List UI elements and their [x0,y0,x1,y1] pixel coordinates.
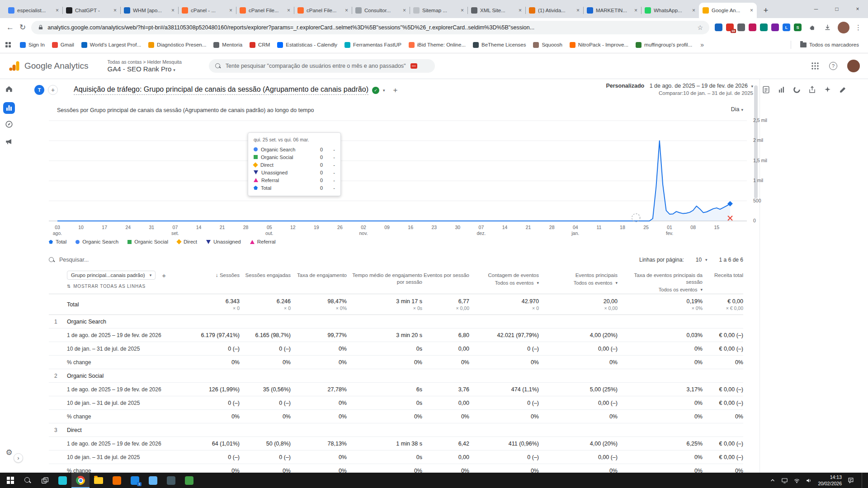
display-icon[interactable] [781,477,788,484]
date-range-picker[interactable]: Personalizado 1 de ago. de 2025 – 19 de … [606,83,753,96]
pinned-app-6[interactable] [180,473,198,488]
help-icon[interactable]: ? [829,62,837,70]
column-header[interactable]: Contagem de eventosTodos os eventos▾ [469,266,539,286]
column-header[interactable]: Receita total [703,266,743,279]
taskbar-search-button[interactable] [19,473,36,488]
column-event-filter[interactable]: Todos os eventos▾ [495,280,539,286]
browser-tab[interactable]: WhatsApp...× [641,3,699,18]
pinned-app-4[interactable] [144,473,162,488]
browser-tab[interactable]: Consultor...× [352,3,410,18]
bookmarks-overflow-icon[interactable]: » [698,41,707,48]
browser-tab[interactable]: ChatGPT -× [62,3,120,18]
column-header[interactable]: Sessões engajadas [240,266,291,279]
address-bar[interactable]: analytics.google.com/analytics/web/?hl=p… [31,21,709,34]
column-header[interactable]: Eventos principaisTodos os eventos▾ [539,266,618,286]
expand-nav-button[interactable]: › [14,453,23,463]
tab-close-icon[interactable]: × [461,7,464,14]
rows-per-page-select[interactable]: 10▾ [696,257,708,263]
column-header[interactable]: Taxa de eventos principais da sessãoTodo… [618,266,703,292]
performance-donut-icon[interactable] [793,85,801,94]
tab-close-icon[interactable]: × [519,7,522,14]
all-bookmarks-button[interactable]: Todos os marcadores [797,40,863,49]
dimension-selector[interactable]: Grupo principal...canais padrão)▾ [67,271,156,280]
data-quality-icon[interactable]: ✓ [372,87,379,94]
tab-close-icon[interactable]: × [113,7,117,14]
reload-icon[interactable]: ↻ [19,23,26,32]
bookmark-item[interactable]: NitroPack - Improve... [566,40,632,50]
browser-tab[interactable]: Google An...× [699,3,757,18]
bookmark-star-icon[interactable]: ☆ [697,24,703,31]
bookmark-item[interactable]: Estatísticas - Calendly [274,40,341,50]
account-selector[interactable]: Todas as contas > Helder Mesquita GA4 - … [108,59,182,73]
bookmark-item[interactable]: Sign In [16,40,48,50]
browser-extension-icon[interactable] [715,23,722,31]
tab-close-icon[interactable]: × [287,7,290,14]
show-all-rows-button[interactable]: ⇅ MOSTRAR TODAS AS LINHAS [67,284,190,289]
share-icon[interactable] [808,85,816,94]
browser-tab[interactable]: especialist...× [5,3,62,18]
bookmark-item[interactable]: Ferramentas FastUP [341,40,405,50]
browser-extension-icon[interactable]: 10 [726,23,734,31]
legend-item[interactable]: Referral [250,239,276,244]
tab-close-icon[interactable]: × [750,7,753,14]
file-explorer[interactable] [90,473,108,488]
browser-extension-icon[interactable] [749,23,756,31]
new-tab-button[interactable]: + [760,4,772,17]
extensions-puzzle-icon[interactable] [807,23,817,33]
pinned-app-3[interactable]: 3 [126,473,144,488]
tab-close-icon[interactable]: × [576,7,580,14]
nav-explore[interactable] [3,118,15,130]
tab-close-icon[interactable]: × [634,7,637,14]
pinned-app-1[interactable] [53,473,71,488]
maximize-button[interactable]: □ [826,0,847,18]
comparison-chip[interactable]: T [34,85,44,95]
browser-tab[interactable]: cPanel File...× [294,3,352,18]
legend-item[interactable]: Unassigned [206,239,241,244]
pinned-app-2[interactable] [108,473,126,488]
wifi-icon[interactable] [793,477,800,484]
ga-search-bar[interactable]: Tente pesquisar "comparação de usuários … [209,59,435,73]
browser-extension-icon[interactable] [771,23,779,31]
tab-close-icon[interactable]: × [229,7,232,14]
downloads-icon[interactable] [822,23,832,33]
legend-item[interactable]: Total [49,239,66,244]
tab-close-icon[interactable]: × [171,7,175,14]
legend-item[interactable]: Organic Social [127,239,168,244]
browser-tab[interactable]: (1) Ativida...× [525,3,583,18]
apps-grid-icon[interactable] [811,62,819,70]
bar-chart-icon[interactable] [777,85,786,94]
chart-plot[interactable] [49,117,747,224]
column-event-filter[interactable]: Todos os eventos▾ [659,287,703,292]
site-info-icon[interactable] [38,24,44,31]
column-header[interactable]: ↓ Sessões [190,266,240,279]
column-event-filter[interactable]: Todos os eventos▾ [574,280,618,286]
report-title[interactable]: Aquisição de tráfego: Grupo principal de… [74,85,368,95]
admin-gear-icon[interactable]: ⚙ [3,446,15,458]
legend-item[interactable]: Organic Search [75,239,118,244]
bookmark-item[interactable]: CRM [246,40,274,50]
action-center-icon[interactable] [847,477,854,484]
add-dimension-button[interactable]: + [162,272,166,279]
bookmark-item[interactable]: muffingroup's profil... [632,40,696,50]
browser-extension-icon[interactable]: L [783,23,790,31]
column-header[interactable]: Eventos por sessão [422,266,469,279]
tab-close-icon[interactable]: × [345,7,348,14]
hidden-icons-chevron[interactable] [769,477,776,483]
bookmark-item[interactable]: Diagnóstico Presen... [145,40,210,50]
browser-extension-icon[interactable] [737,23,745,31]
bookmark-item[interactable]: Squoosh [529,40,566,50]
browser-extension-icon[interactable]: S [794,23,802,31]
account-avatar[interactable] [847,60,860,72]
browser-tab[interactable]: WHM [apo...× [120,3,178,18]
notes-icon[interactable] [762,85,770,94]
legend-item[interactable]: Direct [177,239,197,244]
minimize-button[interactable]: ─ [806,0,826,18]
column-header[interactable]: Taxa de engajamento [291,266,347,279]
start-button[interactable] [2,473,19,488]
back-icon[interactable]: ← [6,23,14,32]
volume-icon[interactable] [806,477,812,484]
nav-reports[interactable] [3,102,15,114]
column-header[interactable]: Tempo médio de engajamento por sessão [347,266,422,286]
bookmark-item[interactable]: World's Largest Prof... [78,40,145,50]
browser-menu-icon[interactable]: ⋮ [855,23,862,32]
